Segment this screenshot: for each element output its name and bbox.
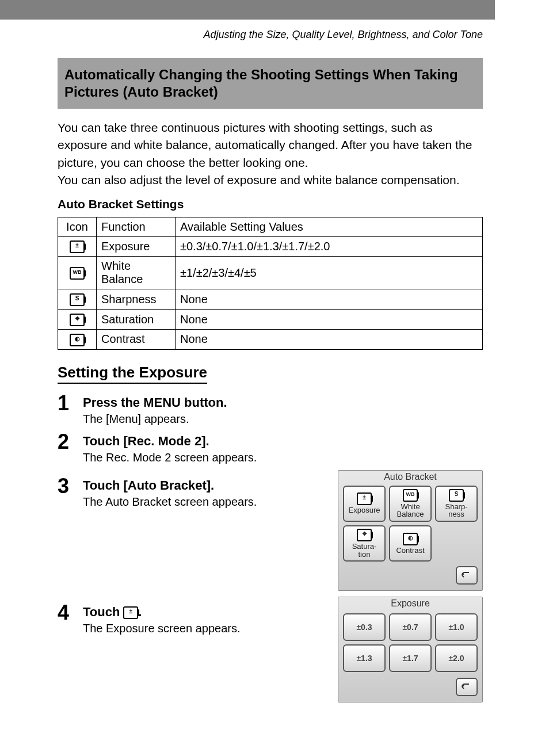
return-button[interactable] xyxy=(456,566,478,585)
contrast-icon: ◐ xyxy=(403,533,418,545)
step: 1 Press the MENU button. The [Menu] appe… xyxy=(58,393,483,426)
step-desc: The Rec. Mode 2 screen appears. xyxy=(83,451,483,464)
step-title: Touch ±. xyxy=(83,605,326,620)
return-icon xyxy=(461,571,472,579)
fn-values: ±0.3/±0.7/±1.0/±1.3/±1.7/±2.0 xyxy=(176,236,483,257)
btn-label: White Balance xyxy=(397,503,424,518)
wb-icon: WB xyxy=(58,257,97,289)
fn-label: White Balance xyxy=(97,257,176,289)
auto-bracket-screen: Auto Bracket ± Exposure WB White Balance… xyxy=(338,470,483,591)
table-row: ± Exposure ±0.3/±0.7/±1.0/±1.3/±1.7/±2.0 xyxy=(58,236,483,257)
settings-subhead: Auto Bracket Settings xyxy=(58,197,483,211)
fn-values: ±1/±2/±3/±4/±5 xyxy=(176,257,483,289)
step: 4 Touch ±. The Exposure screen appears. xyxy=(58,602,326,635)
step-title: Press the MENU button. xyxy=(83,395,483,410)
sharpness-icon: S xyxy=(58,289,97,310)
table-row: ◐ Contrast None xyxy=(58,329,483,349)
fn-values: None xyxy=(176,329,483,349)
ab-white-balance-button[interactable]: WB White Balance xyxy=(389,486,432,522)
fn-label: Contrast xyxy=(97,329,176,349)
table-row: S Sharpness None xyxy=(58,289,483,310)
fn-label: Exposure xyxy=(97,236,176,257)
ab-exposure-button[interactable]: ± Exposure xyxy=(343,486,386,522)
exp-value-button[interactable]: ±0.3 xyxy=(343,613,386,641)
screen-title: Auto Bracket xyxy=(338,471,482,483)
exposure-icon: ± xyxy=(357,492,372,505)
step-number: 3 xyxy=(58,476,83,509)
step: 2 Touch [Rec. Mode 2]. The Rec. Mode 2 s… xyxy=(58,432,483,464)
return-icon xyxy=(461,683,472,691)
exp-value-button[interactable]: ±1.3 xyxy=(343,644,386,672)
btn-label: Sharp- ness xyxy=(445,503,467,518)
running-head: Adjusting the Size, Quality Level, Brigh… xyxy=(58,29,483,41)
exp-value-button[interactable]: ±0.7 xyxy=(389,613,432,641)
exp-value-button[interactable]: ±1.0 xyxy=(435,613,478,641)
step-number: 2 xyxy=(58,432,83,464)
exp-value-button[interactable]: ±1.7 xyxy=(389,644,432,672)
ab-sharpness-button[interactable]: S Sharp- ness xyxy=(435,486,478,522)
col-vals: Available Setting Values xyxy=(176,217,483,236)
ab-contrast-button[interactable]: ◐ Contrast xyxy=(389,525,432,562)
settings-table: Icon Function Available Setting Values ±… xyxy=(58,217,483,350)
exposure-icon: ± xyxy=(58,236,97,257)
ab-saturation-button[interactable]: ❖ Satura- tion xyxy=(343,525,386,562)
step-desc: The Exposure screen appears. xyxy=(83,622,326,635)
col-fn: Function xyxy=(97,217,176,236)
exposure-screen: Exposure ±0.3 ±0.7 ±1.0 ±1.3 ±1.7 ±2.0 xyxy=(338,597,483,702)
contrast-icon: ◐ xyxy=(58,329,97,349)
intro-text: You can take three continuous pictures w… xyxy=(58,119,483,189)
step-title: Touch [Rec. Mode 2]. xyxy=(83,434,483,449)
top-gray-bar xyxy=(0,0,495,20)
step-desc: The [Menu] appears. xyxy=(83,413,483,426)
wb-icon: WB xyxy=(403,489,418,502)
btn-label: Exposure xyxy=(349,506,380,514)
sharpness-icon: S xyxy=(449,489,464,502)
fn-label: Saturation xyxy=(97,310,176,330)
steps-list: 1 Press the MENU button. The [Menu] appe… xyxy=(58,393,483,703)
step: 3 Touch [Auto Bracket]. The Auto Bracket… xyxy=(58,476,326,509)
saturation-icon: ❖ xyxy=(58,310,97,330)
exp-value-button[interactable]: ±2.0 xyxy=(435,644,478,672)
exposure-icon: ± xyxy=(123,606,138,619)
fn-values: None xyxy=(176,310,483,330)
step-title: Touch [Auto Bracket]. xyxy=(83,478,326,493)
table-header-row: Icon Function Available Setting Values xyxy=(58,217,483,236)
table-row: WB White Balance ±1/±2/±3/±4/±5 xyxy=(58,257,483,289)
col-icon: Icon xyxy=(58,217,97,236)
btn-label: Contrast xyxy=(396,547,424,555)
step-number: 4 xyxy=(58,602,83,635)
exposure-section-title: Setting the Exposure xyxy=(58,364,207,384)
screen-title: Exposure xyxy=(338,597,482,610)
return-button[interactable] xyxy=(456,678,478,696)
step-number: 1 xyxy=(58,393,83,426)
step-desc: The Auto Bracket screen appears. xyxy=(83,495,326,509)
fn-label: Sharpness xyxy=(97,289,176,310)
btn-label: Satura- tion xyxy=(352,543,377,558)
table-row: ❖ Saturation None xyxy=(58,310,483,330)
saturation-icon: ❖ xyxy=(357,529,372,541)
fn-values: None xyxy=(176,289,483,310)
section-title: Automatically Changing the Shooting Sett… xyxy=(58,58,483,109)
